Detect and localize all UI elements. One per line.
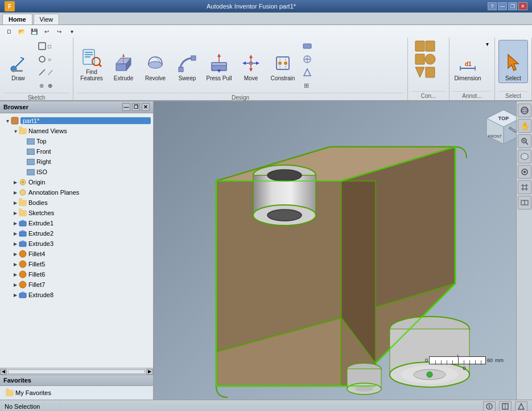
revolve-button[interactable]: Revolve	[141, 40, 170, 83]
svg-point-97	[427, 372, 432, 377]
svg-marker-121	[518, 404, 524, 409]
select-button[interactable]: Select	[498, 40, 528, 83]
tree-item-front[interactable]: Front	[0, 146, 153, 157]
tree-item-top[interactable]: Top	[0, 136, 153, 146]
scroll-right-btn[interactable]: ▶	[146, 369, 153, 375]
tree-label-fillet4: Fillet4	[28, 250, 151, 257]
tree-arrow-right	[20, 159, 26, 165]
tab-home[interactable]: Home	[2, 14, 32, 24]
sketch-tool-3[interactable]: ／	[35, 66, 69, 79]
ribbon-section-annot: d1 Dimension ▾ Annot...	[449, 38, 495, 100]
panels-button[interactable]	[518, 196, 531, 209]
con-btn-1[interactable]	[411, 40, 446, 52]
move-button[interactable]: Move	[236, 40, 266, 83]
tree-label-extrude1: Extrude1	[28, 220, 151, 227]
design-extra-4[interactable]: ⊞	[300, 79, 334, 92]
svg-marker-108	[521, 153, 528, 160]
viewport[interactable]: TOP FRONT RIGHT	[154, 101, 532, 400]
bodies-icon	[18, 198, 27, 207]
tree-item-extrude3[interactable]: Extrude3	[0, 239, 153, 249]
svg-point-69	[19, 261, 26, 268]
press-pull-button[interactable]: Press Pull	[204, 40, 234, 83]
tree-label-top: Top	[36, 138, 151, 145]
tree-item-extrude1[interactable]: Extrude1	[0, 218, 153, 228]
tree-item-part1[interactable]: part1*	[0, 116, 153, 126]
tree-item-named-views[interactable]: Named Views	[0, 126, 153, 136]
extrude-button[interactable]: Extrude	[109, 40, 138, 83]
svg-marker-65	[19, 230, 26, 232]
tree-item-right[interactable]: Right	[0, 157, 153, 167]
annot-dropdown[interactable]: ▾	[485, 40, 490, 48]
quick-save-btn[interactable]: 💾	[28, 26, 40, 36]
look-at-button[interactable]	[518, 165, 531, 179]
constrain-button[interactable]: Constrain	[268, 40, 298, 83]
browser-minimize-btn[interactable]: —	[122, 103, 130, 111]
ribbon-section-sketch: Draw □ ○ ／ ⊕	[0, 38, 73, 100]
pan-button[interactable]: ✋	[518, 119, 531, 133]
close-button[interactable]: ✕	[518, 2, 527, 10]
svg-marker-45	[304, 69, 311, 76]
tree-item-annotation-planes[interactable]: Annotation Planes	[0, 187, 153, 198]
tree-arrow-extrude2	[13, 231, 18, 236]
tree-item-origin[interactable]: Origin	[0, 177, 153, 187]
sketch-tool-1[interactable]: □	[35, 40, 69, 52]
browser-close-btn[interactable]: ✕	[142, 103, 150, 111]
orbit-button[interactable]	[518, 104, 531, 117]
tree-item-fillet4[interactable]: Fillet4	[0, 249, 153, 259]
svg-text:⊞: ⊞	[304, 82, 309, 89]
view-cube-button[interactable]	[518, 150, 531, 163]
svg-line-13	[99, 64, 101, 67]
tree-arrow-extrude8	[13, 292, 18, 298]
tree-item-iso[interactable]: ISO	[0, 167, 153, 177]
quick-redo-btn[interactable]: ↪	[53, 26, 65, 36]
grid-button[interactable]	[518, 180, 531, 194]
tree-label-extrude3: Extrude3	[28, 240, 151, 247]
tab-view[interactable]: View	[34, 14, 60, 24]
my-favorites-item[interactable]: My Favorites	[3, 388, 150, 397]
draw-button[interactable]: Draw	[3, 40, 33, 83]
sketch-tool-2[interactable]: ○	[35, 53, 69, 65]
con-btn-3[interactable]	[411, 66, 446, 79]
help-button[interactable]: ?	[488, 2, 497, 10]
ribbon-quick-access: 🗋 📂 💾 ↩ ↪ ▾	[0, 25, 532, 38]
tree-item-fillet7[interactable]: Fillet7	[0, 280, 153, 290]
dimension-button[interactable]: d1 Dimension	[453, 40, 482, 83]
tree-arrow-fillet6	[13, 272, 18, 277]
browser-restore-btn[interactable]: ❐	[132, 103, 140, 111]
ribbon-section-con: Con...	[408, 38, 449, 100]
tree-label-origin: Origin	[28, 179, 151, 186]
tree-item-extrude8[interactable]: Extrude8	[0, 290, 153, 300]
tree-item-sketches[interactable]: Sketches	[0, 208, 153, 218]
named-views-icon	[18, 126, 27, 135]
find-features-icon	[81, 46, 102, 68]
quick-undo-btn[interactable]: ↩	[41, 26, 52, 36]
design-extra-2[interactable]	[300, 53, 334, 65]
minimize-button[interactable]: —	[498, 2, 507, 10]
quick-open-btn[interactable]: 📂	[16, 26, 27, 36]
extrude1-icon	[18, 219, 27, 228]
sketch-tool-4[interactable]: ⊕ ⊕	[35, 79, 69, 92]
zoom-button[interactable]	[518, 134, 531, 148]
con-btn-2[interactable]	[411, 53, 446, 65]
status-btn-3[interactable]	[515, 401, 527, 412]
find-features-button[interactable]: Find Features	[77, 40, 106, 83]
design-extra-1[interactable]	[300, 40, 334, 52]
tree-item-bodies[interactable]: Bodies	[0, 198, 153, 208]
quick-new-btn[interactable]: 🗋	[3, 26, 15, 36]
tree-item-extrude2[interactable]: Extrude2	[0, 228, 153, 239]
restore-button[interactable]: ❐	[508, 2, 517, 10]
sweep-button[interactable]: Sweep	[172, 40, 202, 83]
scroll-left-btn[interactable]: ◀	[0, 369, 7, 375]
selection-status: No Selection	[5, 403, 40, 410]
browser-scrollbar[interactable]: ◀ ▶	[0, 368, 153, 375]
tree-item-fillet6[interactable]: Fillet6	[0, 269, 153, 280]
tree-item-fillet5[interactable]: Fillet5	[0, 259, 153, 269]
press-pull-icon	[208, 52, 230, 74]
status-btn-1[interactable]	[483, 401, 496, 412]
status-btn-2[interactable]	[499, 401, 512, 412]
svg-line-1	[16, 59, 24, 67]
titlebar-left: F	[5, 1, 15, 11]
svg-rect-14	[116, 64, 126, 71]
quick-more-btn[interactable]: ▾	[66, 26, 77, 36]
design-extra-3[interactable]	[300, 66, 334, 79]
